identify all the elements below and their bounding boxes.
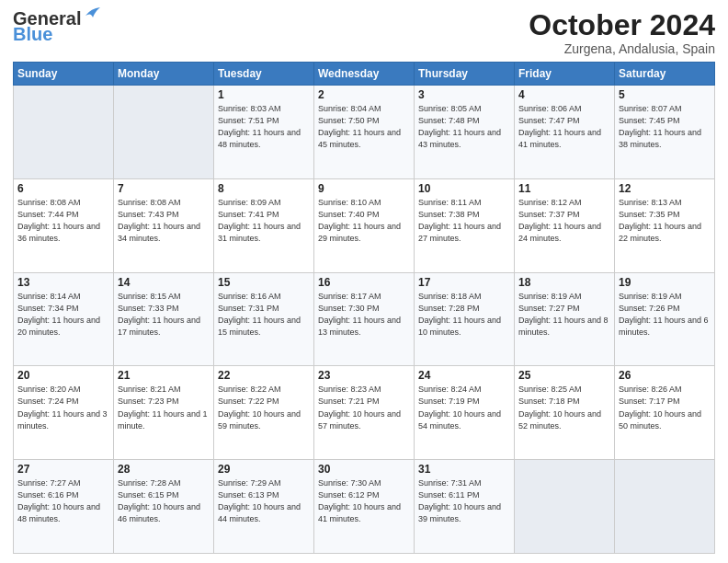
day-info: Sunrise: 7:27 AM Sunset: 6:16 PM Dayligh… bbox=[17, 477, 109, 525]
day-info: Sunrise: 8:11 AM Sunset: 7:38 PM Dayligh… bbox=[418, 197, 510, 245]
calendar-cell: 17Sunrise: 8:18 AM Sunset: 7:28 PM Dayli… bbox=[415, 272, 515, 366]
calendar-week-row: 6Sunrise: 8:08 AM Sunset: 7:44 PM Daylig… bbox=[14, 178, 715, 272]
day-info: Sunrise: 8:14 AM Sunset: 7:34 PM Dayligh… bbox=[17, 291, 109, 339]
calendar-cell: 26Sunrise: 8:26 AM Sunset: 7:17 PM Dayli… bbox=[615, 366, 715, 460]
calendar-cell: 13Sunrise: 8:14 AM Sunset: 7:34 PM Dayli… bbox=[14, 272, 114, 366]
day-header-tuesday: Tuesday bbox=[214, 63, 314, 86]
day-number: 18 bbox=[518, 276, 610, 289]
day-number: 4 bbox=[518, 88, 610, 101]
day-info: Sunrise: 8:03 AM Sunset: 7:51 PM Dayligh… bbox=[218, 103, 310, 151]
calendar-cell: 7Sunrise: 8:08 AM Sunset: 7:43 PM Daylig… bbox=[114, 178, 214, 272]
day-number: 11 bbox=[518, 182, 610, 195]
calendar-week-row: 27Sunrise: 7:27 AM Sunset: 6:16 PM Dayli… bbox=[14, 460, 715, 554]
calendar-cell: 3Sunrise: 8:05 AM Sunset: 7:48 PM Daylig… bbox=[415, 86, 515, 179]
day-number: 8 bbox=[218, 182, 310, 195]
calendar-cell bbox=[615, 460, 715, 554]
day-info: Sunrise: 7:28 AM Sunset: 6:15 PM Dayligh… bbox=[118, 477, 210, 525]
day-info: Sunrise: 7:31 AM Sunset: 6:11 PM Dayligh… bbox=[418, 477, 510, 525]
day-number: 9 bbox=[318, 182, 410, 195]
day-number: 21 bbox=[118, 369, 210, 382]
day-info: Sunrise: 8:19 AM Sunset: 7:27 PM Dayligh… bbox=[518, 291, 610, 339]
calendar-body: 1Sunrise: 8:03 AM Sunset: 7:51 PM Daylig… bbox=[14, 86, 715, 554]
day-number: 24 bbox=[418, 369, 510, 382]
day-info: Sunrise: 8:09 AM Sunset: 7:41 PM Dayligh… bbox=[218, 197, 310, 245]
day-info: Sunrise: 8:06 AM Sunset: 7:47 PM Dayligh… bbox=[518, 103, 610, 151]
calendar-cell bbox=[114, 86, 214, 179]
calendar-week-row: 13Sunrise: 8:14 AM Sunset: 7:34 PM Dayli… bbox=[14, 272, 715, 366]
calendar-cell: 25Sunrise: 8:25 AM Sunset: 7:18 PM Dayli… bbox=[515, 366, 615, 460]
day-info: Sunrise: 8:05 AM Sunset: 7:48 PM Dayligh… bbox=[418, 103, 510, 151]
day-info: Sunrise: 8:17 AM Sunset: 7:30 PM Dayligh… bbox=[318, 291, 410, 339]
day-info: Sunrise: 7:30 AM Sunset: 6:12 PM Dayligh… bbox=[318, 477, 410, 525]
location-subtitle: Zurgena, Andalusia, Spain bbox=[529, 41, 715, 56]
month-title: October 2024 bbox=[529, 9, 715, 41]
logo-blue: Blue bbox=[13, 24, 52, 45]
day-number: 10 bbox=[418, 182, 510, 195]
day-info: Sunrise: 8:26 AM Sunset: 7:17 PM Dayligh… bbox=[619, 384, 711, 431]
day-info: Sunrise: 8:25 AM Sunset: 7:18 PM Dayligh… bbox=[518, 384, 610, 431]
calendar-cell bbox=[515, 460, 615, 554]
calendar-cell: 24Sunrise: 8:24 AM Sunset: 7:19 PM Dayli… bbox=[415, 366, 515, 460]
day-info: Sunrise: 8:04 AM Sunset: 7:50 PM Dayligh… bbox=[318, 103, 410, 151]
day-info: Sunrise: 8:21 AM Sunset: 7:23 PM Dayligh… bbox=[118, 384, 210, 431]
day-number: 16 bbox=[318, 276, 410, 289]
day-info: Sunrise: 8:16 AM Sunset: 7:31 PM Dayligh… bbox=[218, 291, 310, 339]
title-block: October 2024 Zurgena, Andalusia, Spain bbox=[529, 9, 715, 56]
day-number: 31 bbox=[418, 463, 510, 476]
day-number: 19 bbox=[619, 276, 711, 289]
calendar-cell: 18Sunrise: 8:19 AM Sunset: 7:27 PM Dayli… bbox=[515, 272, 615, 366]
calendar-cell: 22Sunrise: 8:22 AM Sunset: 7:22 PM Dayli… bbox=[214, 366, 314, 460]
calendar-cell: 28Sunrise: 7:28 AM Sunset: 6:15 PM Dayli… bbox=[114, 460, 214, 554]
calendar-week-row: 20Sunrise: 8:20 AM Sunset: 7:24 PM Dayli… bbox=[14, 366, 715, 460]
day-info: Sunrise: 8:10 AM Sunset: 7:40 PM Dayligh… bbox=[318, 197, 410, 245]
calendar-cell: 21Sunrise: 8:21 AM Sunset: 7:23 PM Dayli… bbox=[114, 366, 214, 460]
logo: General Blue bbox=[13, 9, 102, 45]
day-number: 17 bbox=[418, 276, 510, 289]
day-info: Sunrise: 8:24 AM Sunset: 7:19 PM Dayligh… bbox=[418, 384, 510, 431]
calendar-cell: 19Sunrise: 8:19 AM Sunset: 7:26 PM Dayli… bbox=[615, 272, 715, 366]
day-header-saturday: Saturday bbox=[615, 63, 715, 86]
calendar-cell bbox=[14, 86, 114, 179]
calendar-cell: 27Sunrise: 7:27 AM Sunset: 6:16 PM Dayli… bbox=[14, 460, 114, 554]
calendar-cell: 6Sunrise: 8:08 AM Sunset: 7:44 PM Daylig… bbox=[14, 178, 114, 272]
day-header-monday: Monday bbox=[114, 63, 214, 86]
day-number: 27 bbox=[17, 463, 109, 476]
day-info: Sunrise: 8:13 AM Sunset: 7:35 PM Dayligh… bbox=[619, 197, 711, 245]
day-info: Sunrise: 8:15 AM Sunset: 7:33 PM Dayligh… bbox=[118, 291, 210, 339]
logo-bird-icon bbox=[84, 6, 102, 19]
day-header-thursday: Thursday bbox=[415, 63, 515, 86]
calendar-cell: 1Sunrise: 8:03 AM Sunset: 7:51 PM Daylig… bbox=[214, 86, 314, 179]
day-number: 2 bbox=[318, 88, 410, 101]
day-number: 3 bbox=[418, 88, 510, 101]
day-info: Sunrise: 8:20 AM Sunset: 7:24 PM Dayligh… bbox=[17, 384, 109, 431]
calendar-cell: 2Sunrise: 8:04 AM Sunset: 7:50 PM Daylig… bbox=[314, 86, 415, 179]
calendar-week-row: 1Sunrise: 8:03 AM Sunset: 7:51 PM Daylig… bbox=[14, 86, 715, 179]
day-number: 25 bbox=[518, 369, 610, 382]
calendar-cell: 10Sunrise: 8:11 AM Sunset: 7:38 PM Dayli… bbox=[415, 178, 515, 272]
day-info: Sunrise: 8:23 AM Sunset: 7:21 PM Dayligh… bbox=[318, 384, 410, 431]
calendar-cell: 31Sunrise: 7:31 AM Sunset: 6:11 PM Dayli… bbox=[415, 460, 515, 554]
day-info: Sunrise: 8:08 AM Sunset: 7:44 PM Dayligh… bbox=[17, 197, 109, 245]
calendar-cell: 8Sunrise: 8:09 AM Sunset: 7:41 PM Daylig… bbox=[214, 178, 314, 272]
calendar-header-row: SundayMondayTuesdayWednesdayThursdayFrid… bbox=[14, 63, 715, 86]
day-header-friday: Friday bbox=[515, 63, 615, 86]
day-header-sunday: Sunday bbox=[14, 63, 114, 86]
day-number: 20 bbox=[17, 369, 109, 382]
day-number: 1 bbox=[218, 88, 310, 101]
day-number: 29 bbox=[218, 463, 310, 476]
day-info: Sunrise: 8:22 AM Sunset: 7:22 PM Dayligh… bbox=[218, 384, 310, 431]
calendar-cell: 15Sunrise: 8:16 AM Sunset: 7:31 PM Dayli… bbox=[214, 272, 314, 366]
calendar-table: SundayMondayTuesdayWednesdayThursdayFrid… bbox=[13, 62, 715, 554]
day-info: Sunrise: 8:18 AM Sunset: 7:28 PM Dayligh… bbox=[418, 291, 510, 339]
day-number: 7 bbox=[118, 182, 210, 195]
day-number: 26 bbox=[619, 369, 711, 382]
day-number: 15 bbox=[218, 276, 310, 289]
day-number: 22 bbox=[218, 369, 310, 382]
day-info: Sunrise: 8:07 AM Sunset: 7:45 PM Dayligh… bbox=[619, 103, 711, 151]
day-number: 23 bbox=[318, 369, 410, 382]
calendar-cell: 12Sunrise: 8:13 AM Sunset: 7:35 PM Dayli… bbox=[615, 178, 715, 272]
day-number: 28 bbox=[118, 463, 210, 476]
day-number: 12 bbox=[619, 182, 711, 195]
calendar-cell: 11Sunrise: 8:12 AM Sunset: 7:37 PM Dayli… bbox=[515, 178, 615, 272]
calendar-cell: 9Sunrise: 8:10 AM Sunset: 7:40 PM Daylig… bbox=[314, 178, 415, 272]
